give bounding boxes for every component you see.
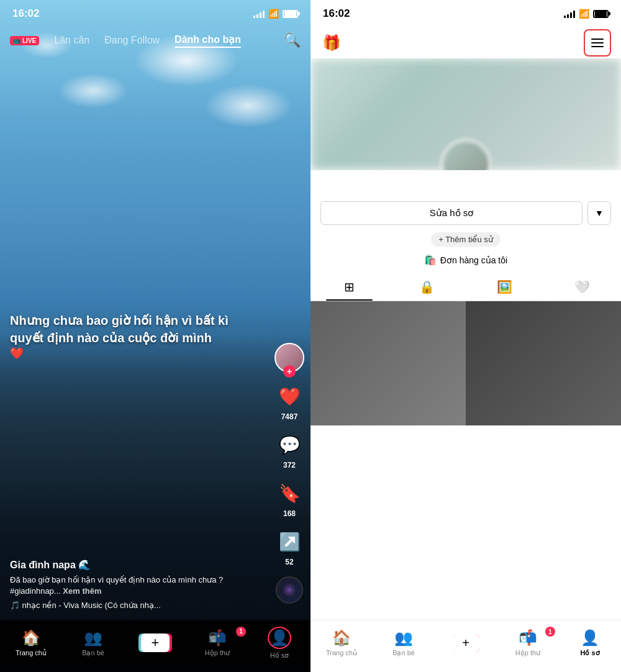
- right-nav-friends[interactable]: 👥 Bạn bè: [373, 629, 435, 657]
- profile-icon: 👤: [268, 627, 291, 649]
- right-wifi-icon: 📶: [579, 9, 589, 19]
- video-thumbnail-1[interactable]: [310, 301, 466, 425]
- right-actions: + ❤️ 7487 💬 372 🔖 168 ↗️ 52: [274, 343, 304, 604]
- home-icon: 🏠: [22, 629, 40, 647]
- right-nav-home[interactable]: 🏠 Trang chủ: [310, 629, 373, 657]
- right-profile-icon: 👤: [581, 629, 599, 647]
- dropdown-button[interactable]: ▼: [587, 201, 611, 225]
- video-content: Gia đình napa 🌊 Đã bao giờ bạn hối hận v…: [10, 559, 261, 610]
- music-disc-inner: [283, 584, 296, 596]
- gift-icon[interactable]: 🎁: [320, 32, 343, 54]
- battery-icon: [283, 10, 298, 18]
- caption-overlay: Nhưng chưa bao giờ hối hận vì bất kì quy…: [10, 312, 261, 360]
- signal-icon: [253, 9, 265, 18]
- right-inbox-icon: 📬: [519, 629, 537, 647]
- tab-following[interactable]: Đang Follow: [97, 35, 167, 46]
- right-friends-icon: 👥: [394, 629, 413, 647]
- right-bottom-nav: 🏠 Trang chủ 👥 Bạn bè + 📬 Hộp thư 1 👤 Hồ …: [310, 620, 621, 672]
- edit-profile-section: Sửa hồ sơ ▼ + Thêm tiểu sử 🛍️ Đơn hàng c…: [310, 201, 621, 266]
- right-status-bar: 16:02 📶: [310, 0, 621, 27]
- live-badge[interactable]: 📺 LIVE: [10, 36, 39, 45]
- profile-label: Hồ sơ: [270, 652, 289, 660]
- add-button[interactable]: +: [141, 633, 170, 652]
- tab-nearby[interactable]: Lân cân: [47, 35, 97, 46]
- nav-home[interactable]: 🏠 Trang chủ: [0, 629, 62, 657]
- video-description: Đã bao giờ bạn hối hận vì quyết định nào…: [10, 574, 261, 597]
- like-icon: ❤️: [276, 383, 303, 410]
- nav-add[interactable]: +: [124, 633, 186, 652]
- bookmark-count: 168: [283, 509, 296, 518]
- tab-for-you[interactable]: Dành cho bạn: [167, 34, 248, 48]
- share-count: 52: [285, 558, 293, 566]
- friends-label: Bạn bè: [82, 649, 104, 657]
- nav-inbox[interactable]: 📬 Hộp thư 1: [186, 629, 248, 657]
- video-thumbnail-2[interactable]: [466, 301, 621, 425]
- left-panel: 16:02 📶 📺 LIVE Lân cân Đang Follow Dành …: [0, 0, 310, 672]
- video-caption-text: Nhưng chưa bao giờ hối hận vì bất kì quy…: [10, 312, 261, 347]
- content-tabs: ⊞ 🔒 🖼️ 🤍: [310, 273, 621, 301]
- right-home-icon: 🏠: [332, 629, 351, 647]
- tab-locked[interactable]: 🔒: [388, 273, 466, 301]
- left-nav: 📺 LIVE Lân cân Đang Follow Dành cho bạn …: [0, 27, 310, 53]
- video-username[interactable]: Gia đình napa 🌊: [10, 559, 261, 571]
- right-profile-label: Hồ sơ: [580, 649, 599, 657]
- nav-friends[interactable]: 👥 Bạn bè: [62, 629, 124, 657]
- like-action[interactable]: ❤️ 7487: [276, 383, 303, 421]
- repost-icon: 🖼️: [497, 279, 512, 294]
- creator-avatar[interactable]: +: [274, 343, 304, 373]
- share-action[interactable]: ↗️ 52: [276, 528, 303, 566]
- bookmark-icon: 🔖: [276, 479, 303, 507]
- bookmark-action[interactable]: 🔖 168: [276, 479, 303, 518]
- left-status-bar: 16:02 📶: [0, 0, 310, 27]
- home-label: Trang chủ: [16, 649, 47, 657]
- inbox-label: Hộp thư: [205, 649, 230, 657]
- right-header: 🎁: [310, 27, 621, 58]
- order-text: Đơn hàng của tôi: [440, 255, 507, 265]
- heart-emoji: ❤️: [10, 347, 261, 360]
- comment-count: 372: [283, 461, 296, 470]
- order-icon: 🛍️: [424, 254, 437, 266]
- wifi-icon: 📶: [268, 9, 279, 19]
- profile-cover: [310, 58, 621, 170]
- right-panel: 16:02 📶 🎁: [310, 0, 621, 672]
- add-bio-button[interactable]: + Thêm tiểu sử: [431, 232, 501, 247]
- right-add-button[interactable]: +: [452, 635, 479, 652]
- see-more-link[interactable]: Xem thêm: [63, 586, 101, 596]
- search-icon[interactable]: 🔍: [284, 32, 301, 48]
- right-status-icons: 📶: [564, 9, 609, 19]
- tab-liked[interactable]: 🤍: [543, 273, 621, 301]
- share-icon: ↗️: [276, 528, 303, 555]
- left-time: 16:02: [12, 7, 39, 20]
- edit-profile-button[interactable]: Sửa hồ sơ: [320, 201, 582, 225]
- right-time: 16:02: [323, 7, 350, 20]
- lock-icon: 🔒: [419, 279, 435, 294]
- tab-videos[interactable]: ⊞: [310, 273, 388, 301]
- edit-profile-row: Sửa hồ sơ ▼: [320, 201, 611, 225]
- follow-button[interactable]: +: [283, 365, 296, 378]
- like-count: 7487: [281, 412, 298, 421]
- inbox-badge: 1: [236, 627, 246, 637]
- left-bottom-nav: 🏠 Trang chủ 👥 Bạn bè + 📬 Hộp thư 1 👤 Hồ …: [0, 620, 310, 672]
- right-nav-inbox[interactable]: 📬 Hộp thư 1: [497, 629, 559, 657]
- video-music[interactable]: 🎵 nhạc nền - Viva Music (Có chứa nhạ...: [10, 601, 261, 610]
- music-disc[interactable]: [276, 576, 303, 604]
- comment-action[interactable]: 💬 372: [276, 431, 303, 470]
- right-inbox-badge: 1: [545, 627, 555, 637]
- right-inbox-label: Hộp thư: [515, 649, 540, 657]
- inbox-icon: 📬: [208, 629, 227, 647]
- nav-profile[interactable]: 👤 Hồ sơ: [248, 627, 310, 660]
- friends-icon: 👥: [84, 629, 102, 647]
- tab-reposts[interactable]: 🖼️: [466, 273, 543, 301]
- menu-button[interactable]: [584, 29, 611, 57]
- grid-icon: ⊞: [344, 279, 355, 294]
- video-grid: [310, 301, 621, 620]
- left-status-icons: 📶: [253, 9, 298, 19]
- right-nav-profile[interactable]: 👤 Hồ sơ: [559, 629, 621, 657]
- hamburger-icon: [591, 39, 604, 47]
- right-battery-icon: [593, 10, 609, 18]
- right-home-label: Trang chủ: [326, 649, 357, 657]
- right-nav-add[interactable]: +: [435, 635, 497, 652]
- right-signal-icon: [564, 9, 575, 18]
- bio-add-area: + Thêm tiểu sử: [320, 232, 611, 247]
- order-row[interactable]: 🛍️ Đơn hàng của tôi: [320, 254, 611, 266]
